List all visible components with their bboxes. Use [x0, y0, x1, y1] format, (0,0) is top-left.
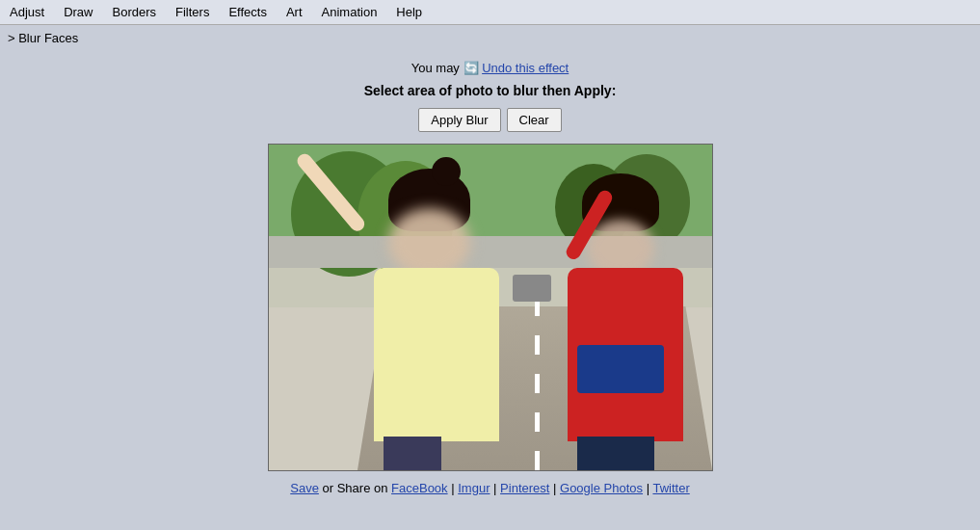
pinterest-link[interactable]: Pinterest [500, 481, 549, 495]
undo-prefix: You may [411, 61, 464, 75]
undo-icon: 🔄 [464, 61, 479, 75]
footer: Save or Share on FaceBook | Imgur | Pint… [280, 471, 699, 505]
button-row: Apply Blur Clear [418, 108, 561, 132]
apply-blur-button[interactable]: Apply Blur [418, 108, 500, 132]
undo-link[interactable]: Undo this effect [482, 61, 569, 75]
main-content: You may 🔄 Undo this effect Select area o… [0, 51, 980, 505]
separator-3: | [553, 481, 560, 495]
menu-draw[interactable]: Draw [54, 2, 102, 22]
photo-background [269, 145, 712, 470]
instruction-text: Select area of photo to blur then Apply: [364, 83, 617, 98]
save-link[interactable]: Save [290, 481, 319, 495]
menu-adjust[interactable]: Adjust [0, 2, 54, 22]
menu-art[interactable]: Art [277, 2, 312, 22]
facebook-link[interactable]: FaceBook [391, 481, 448, 495]
twitter-link[interactable]: Twitter [652, 481, 689, 495]
person-1 [335, 162, 547, 470]
person1-sweater [374, 268, 499, 441]
menu-help[interactable]: Help [386, 2, 432, 22]
googlephotos-link[interactable]: Google Photos [560, 481, 643, 495]
photo-container[interactable] [268, 144, 713, 471]
person2-jeans [577, 437, 654, 470]
person1-bun [432, 157, 461, 186]
or-share-text: or Share on [323, 481, 392, 495]
person-2 [558, 181, 712, 470]
menu-animation[interactable]: Animation [312, 2, 387, 22]
menu-bar: Adjust Draw Borders Filters Effects Art … [0, 0, 980, 25]
menu-borders[interactable]: Borders [102, 2, 166, 22]
imgur-link[interactable]: Imgur [458, 481, 490, 495]
menu-effects[interactable]: Effects [219, 2, 277, 22]
clear-button[interactable]: Clear [507, 108, 562, 132]
person2-jacket-detail [577, 345, 664, 393]
breadcrumb: > Blur Faces [0, 25, 980, 51]
undo-line: You may 🔄 Undo this effect [411, 61, 569, 75]
menu-filters[interactable]: Filters [166, 2, 219, 22]
person1-legs [384, 437, 441, 470]
